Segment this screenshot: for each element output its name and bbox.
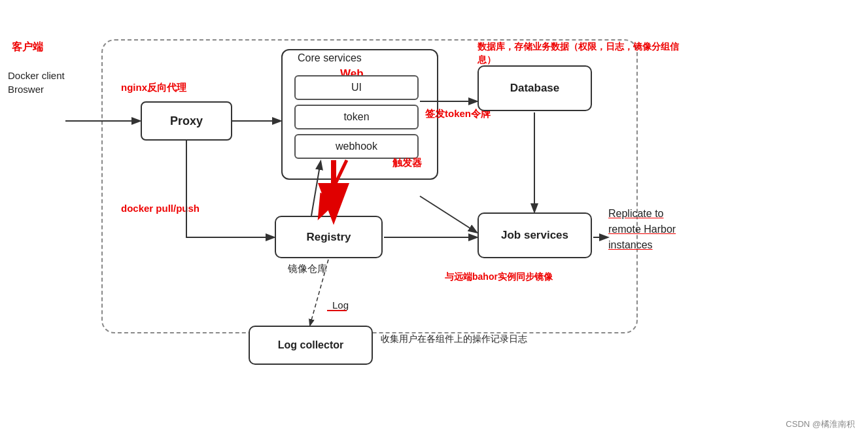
label-replicate: Replicate to remote Harbor instances	[608, 206, 739, 253]
label-trigger: 触发器	[392, 157, 422, 169]
label-log: Log	[332, 299, 349, 311]
label-db-annotation: 数据库，存储业务数据（权限，日志，镜像分组信息）	[477, 41, 687, 66]
label-docker-pull: docker pull/push	[121, 203, 200, 214]
box-registry: Registry	[275, 216, 383, 258]
label-registry-cn: 镜像仓库	[288, 263, 327, 275]
box-log-collector: Log collector	[249, 326, 373, 365]
label-client: 客户端	[12, 41, 43, 54]
label-csdn: CSDN @橘淮南积	[786, 418, 855, 430]
label-nginx: nginx反向代理	[121, 82, 186, 94]
box-ui: UI	[294, 75, 419, 100]
box-database: Database	[477, 65, 592, 111]
box-proxy: Proxy	[141, 101, 232, 141]
core-services-label: Core services	[298, 52, 362, 64]
diagram-container: 客户端 Docker client Broswer nginx反向代理 Prox…	[0, 0, 868, 440]
box-webhook: webhook	[294, 134, 419, 159]
label-docker-client: Docker client Broswer	[8, 69, 65, 96]
label-log-cn: 收集用户在各组件上的操作记录日志	[381, 333, 527, 345]
box-token: token	[294, 105, 419, 129]
label-sync-cn: 与远端bahor实例同步镜像	[445, 271, 553, 283]
box-job-services: Job services	[477, 212, 592, 258]
